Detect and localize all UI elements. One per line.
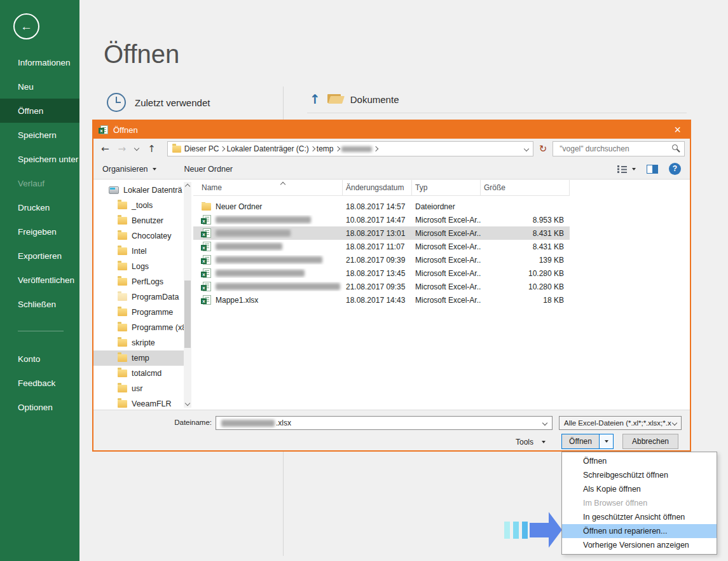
menu-item-label: Vorherige Versionen anzeigen — [583, 541, 689, 550]
sidebar-item-veroffentlichen[interactable]: Veröffentlichen — [0, 268, 79, 292]
tree-item-skripte[interactable]: skripte — [93, 335, 184, 350]
sidebar-item-informationen[interactable]: Informationen — [0, 50, 79, 74]
tree-item-usr[interactable]: usr — [93, 381, 184, 396]
tree-item-label: temp — [132, 354, 149, 363]
up-level-icon[interactable]: ↑ — [310, 92, 320, 107]
file-name-cell — [193, 255, 343, 265]
sidebar-item-offnen[interactable]: Öffnen — [0, 99, 79, 123]
nav-back-button[interactable]: ← — [101, 143, 109, 155]
address-bar[interactable]: Dieser PCLokaler Datenträger (C:)temp — [167, 141, 533, 156]
backstage-menu: InformationenNeuÖffnenSpeichernSpeichern… — [0, 50, 79, 419]
tree-item-totalcmd[interactable]: totalcmd — [93, 366, 184, 381]
tree-item-tools[interactable]: _tools — [93, 198, 184, 213]
tree-item-label: Benutzer — [132, 216, 163, 225]
file-name-cell — [193, 242, 343, 251]
file-row-redacted-3[interactable]: 18.08.2017 11:07Microsoft Excel-Ar...8.4… — [193, 240, 570, 253]
tree-item-programme-x8[interactable]: Programme (x8 — [93, 320, 184, 335]
sidebar-item-konto[interactable]: Konto — [0, 347, 79, 371]
nav-up-button[interactable]: ↑ — [148, 143, 156, 155]
back-button[interactable]: ← — [13, 13, 39, 39]
breadcrumb-segment-dieser-pc[interactable]: Dieser PC — [184, 144, 219, 153]
file-date-cell: 21.08.2017 09:39 — [343, 256, 412, 265]
file-row-redacted-2[interactable]: 18.08.2017 13:01Microsoft Excel-Ar...8.4… — [193, 226, 570, 240]
tree-item-chocolatey[interactable]: Chocolatey — [93, 228, 184, 244]
file-type-cell: Dateiordner — [412, 202, 481, 211]
column-header-anderungsdatum[interactable]: Änderungsdatum — [343, 180, 412, 195]
sidebar-item-drucken[interactable]: Drucken — [0, 195, 79, 219]
tree-item-lokaler-datentra[interactable]: Lokaler Datenträ — [93, 183, 184, 198]
organize-button[interactable]: Organisieren — [102, 165, 156, 174]
sidebar-item-speichern[interactable]: Speichern — [0, 123, 79, 147]
file-type-cell: Microsoft Excel-Ar... — [412, 269, 481, 278]
new-folder-button[interactable]: Neuer Ordner — [184, 165, 233, 174]
sidebar-item-freigeben[interactable]: Freigeben — [0, 219, 79, 244]
help-icon[interactable]: ? — [669, 163, 681, 175]
scroll-down-icon[interactable] — [185, 401, 190, 406]
column-header-grosse[interactable]: Größe — [481, 180, 570, 195]
menu-item-label: Schreibgeschützt öffnen — [583, 471, 668, 480]
refresh-icon[interactable]: ↻ — [539, 143, 547, 155]
filename-label: Dateiname: — [170, 419, 212, 426]
recent-label: Zuletzt verwendet — [135, 97, 210, 108]
breadcrumb-segment-lokaler-datentrager-c[interactable]: Lokaler Datenträger (C:) — [226, 144, 308, 153]
file-list-pane: NameÄnderungsdatumTypGröße Neuer Ordner1… — [193, 180, 689, 410]
tree-item-label: ProgramData — [132, 293, 179, 301]
file-row-neuer-ordner[interactable]: Neuer Ordner18.08.2017 14:57Dateiordner — [193, 200, 570, 213]
nav-forward-button: → — [118, 143, 127, 155]
sidebar-item-schliessen[interactable]: Schließen — [0, 292, 79, 316]
tree-item-programme[interactable]: Programme — [93, 305, 184, 320]
menu-item-schreibgeschutzt-offnen[interactable]: Schreibgeschützt öffnen — [562, 468, 717, 482]
column-header-label: Typ — [415, 183, 427, 192]
address-dropdown-icon[interactable] — [523, 146, 528, 151]
tree-item-temp[interactable]: temp — [93, 350, 184, 366]
scroll-up-icon[interactable] — [185, 184, 190, 189]
breadcrumb-segment-temp[interactable]: temp — [317, 144, 334, 153]
filename-extension: .xlsx — [276, 419, 291, 427]
file-row-redacted-6[interactable]: 21.08.2017 09:35Microsoft Excel-Ar...10.… — [193, 280, 570, 293]
list-view-icon — [617, 165, 628, 173]
file-date-cell: 10.08.2017 14:47 — [343, 216, 412, 225]
sidebar-item-optionen[interactable]: Optionen — [0, 395, 79, 419]
sidebar-item-feedback[interactable]: Feedback — [0, 371, 79, 395]
filename-input[interactable]: .xlsx — [216, 416, 553, 430]
sidebar-item-label: Feedback — [18, 378, 55, 388]
filetype-select[interactable]: Alle Excel-Dateien (*.xl*;*.xlsx;*.x — [559, 416, 682, 430]
tools-button[interactable]: Tools — [516, 435, 546, 449]
search-input[interactable] — [553, 141, 685, 156]
view-mode-button[interactable] — [617, 165, 636, 173]
sidebar-item-exportieren[interactable]: Exportieren — [0, 244, 79, 268]
column-header-name[interactable]: Name — [193, 180, 343, 195]
nav-history-chevron-icon[interactable] — [134, 145, 139, 150]
folder-icon — [118, 370, 127, 377]
cancel-button[interactable]: Abbrechen — [622, 434, 678, 449]
file-row-redacted-4[interactable]: 21.08.2017 09:39Microsoft Excel-Ar...139… — [193, 253, 570, 267]
sidebar-item-label: Verlauf — [18, 179, 45, 188]
tree-item-logs[interactable]: Logs — [93, 259, 184, 274]
file-row-redacted-1[interactable]: 10.08.2017 14:47Microsoft Excel-Ar...8.9… — [193, 213, 570, 226]
tree-item-benutzer[interactable]: Benutzer — [93, 213, 184, 228]
open-dropdown-button[interactable] — [599, 434, 613, 448]
filename-dropdown-icon[interactable] — [542, 420, 547, 426]
tree-item-intel[interactable]: Intel — [93, 244, 184, 259]
recent-section-header[interactable]: Zuletzt verwendet — [107, 93, 210, 112]
menu-item-vorherige-versionen-anzeigen[interactable]: Vorherige Versionen anzeigen — [562, 538, 717, 552]
preview-pane-icon[interactable] — [647, 165, 658, 174]
menu-item-als-kopie-offnen[interactable]: Als Kopie öffnen — [562, 482, 717, 496]
open-button[interactable]: Öffnen — [562, 434, 599, 448]
organize-dropdown-icon — [153, 168, 156, 170]
sidebar-item-neu[interactable]: Neu — [0, 74, 79, 99]
file-size-cell: 10.280 KB — [481, 282, 570, 291]
back-arrow-icon: ← — [20, 20, 32, 33]
tree-item-programdata[interactable]: ProgramData — [93, 289, 184, 305]
menu-item-offnen[interactable]: Öffnen — [562, 454, 717, 468]
menu-item-offnen-und-reparieren[interactable]: Öffnen und reparieren... — [562, 524, 717, 538]
close-icon[interactable]: × — [674, 121, 681, 139]
sidebar-item-speichern-unter[interactable]: Speichern unter — [0, 147, 79, 171]
column-header-typ[interactable]: Typ — [412, 180, 481, 195]
tree-scrollbar[interactable] — [184, 182, 191, 408]
file-row-mappe1-xlsx[interactable]: Mappe1.xlsx18.08.2017 14:43Microsoft Exc… — [193, 293, 570, 307]
file-row-redacted-5[interactable]: 18.08.2017 13:45Microsoft Excel-Ar...10.… — [193, 267, 570, 280]
scrollbar-thumb[interactable] — [184, 280, 191, 348]
menu-item-in-geschutzter-ansicht-offnen[interactable]: In geschützter Ansicht öffnen — [562, 510, 717, 524]
tree-item-perflogs[interactable]: PerfLogs — [93, 274, 184, 289]
